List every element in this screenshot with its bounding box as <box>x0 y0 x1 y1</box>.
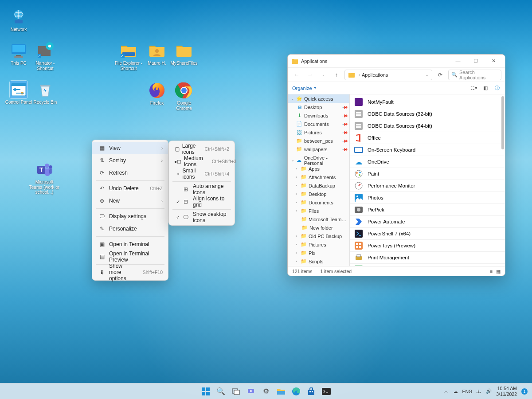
maximize-button[interactable]: ☐ <box>467 55 485 67</box>
submenu-show-desktop-icons[interactable]: ✓ 🖵 Show desktop icons <box>169 211 235 223</box>
scrollbar-thumb[interactable] <box>501 96 504 149</box>
network-tray-icon[interactable]: 🖧 <box>477 389 481 394</box>
taskbar[interactable]: 🔍 ⚙ ︿ ☁ ENG 🖧 🔊 10:54 AM 3/11/2022 1 <box>0 383 532 399</box>
sidebar-desktop2[interactable]: ›📁Desktop <box>288 190 349 198</box>
desktop-icon-recycle-bin[interactable]: Recycle Bin <box>31 81 59 105</box>
file-item-office[interactable]: Office <box>350 132 505 144</box>
refresh-button[interactable]: ⟳ <box>435 70 446 80</box>
menu-refresh[interactable]: ⟳ Refresh <box>92 167 168 179</box>
up-button[interactable]: ↑ <box>331 70 342 80</box>
titlebar[interactable]: Applications — ☐ ✕ <box>288 55 505 68</box>
minimize-button[interactable]: — <box>449 55 467 67</box>
file-item-powershell[interactable]: PowerShell 7 (x64) <box>350 228 505 240</box>
breadcrumb-segment[interactable]: Applications <box>362 72 388 78</box>
file-explorer-button[interactable] <box>275 385 287 398</box>
navigation-sidebar[interactable]: ⌄⭐Quick access 🖥Desktop📌 ⬇Downloads📌 📄Do… <box>288 94 350 266</box>
start-button[interactable] <box>200 385 212 398</box>
organize-button[interactable]: Organize ▼ <box>292 86 317 91</box>
file-list[interactable]: NotMyFault ODBC Data Sources (32-bit) OD… <box>350 94 505 266</box>
menu-display-settings[interactable]: 🖵 Display settings <box>92 210 168 223</box>
desktop-icon-this-pc[interactable]: This PC <box>4 42 33 66</box>
desktop-icon-mauro[interactable]: Mauro H. <box>143 42 171 66</box>
address-bar[interactable]: › Applications ⌄ <box>344 70 432 80</box>
terminal-button[interactable] <box>320 385 332 398</box>
sidebar-between-pcs[interactable]: 📁between_pcs📌 <box>288 137 349 145</box>
volume-tray-icon[interactable]: 🔊 <box>486 388 492 394</box>
submenu-align-grid[interactable]: ✓ ⊟ Align icons to grid <box>169 196 235 208</box>
sidebar-apps[interactable]: ›📁Apps <box>288 164 349 173</box>
settings-button[interactable]: ⚙ <box>260 385 272 398</box>
recent-dropdown[interactable]: ⌄ <box>318 70 329 80</box>
search-button[interactable]: 🔍 <box>215 385 227 398</box>
submenu-auto-arrange[interactable]: ⊞ Auto arrange icons <box>169 183 235 196</box>
desktop-icon-network[interactable]: Network <box>4 8 33 32</box>
sidebar-new-folder[interactable]: 📁New folder <box>288 223 349 232</box>
help-button[interactable]: ⓘ <box>493 85 501 92</box>
menu-show-more[interactable]: �⵿ Show more options Shift+F10 <box>92 266 168 278</box>
forward-button[interactable]: → <box>305 70 315 80</box>
desktop-icon-narrator[interactable]: Narrator - Shortcut <box>31 42 59 71</box>
sidebar-pictures[interactable]: 🖼Pictures📌 <box>288 128 349 137</box>
clock[interactable]: 10:54 AM 3/11/2022 <box>496 386 517 396</box>
store-button[interactable] <box>305 385 317 398</box>
menu-sort-by[interactable]: ⇅ Sort by › <box>92 154 168 167</box>
sidebar-old-backup[interactable]: ›📁Old PC Backup <box>288 232 349 240</box>
sidebar-teams-chat[interactable]: 📁Microsoft Teams Chat Files <box>288 215 349 223</box>
desktop-icon-teams[interactable]: T Microsoft Teams (work or school...) <box>28 160 60 195</box>
sidebar-documents[interactable]: 📄Documents📌 <box>288 120 349 128</box>
sidebar-attachments[interactable]: ›📁Attachments <box>288 173 349 181</box>
preview-pane-button[interactable]: ◧ <box>482 85 489 92</box>
file-item-procexp[interactable]: Process Explorer <box>350 264 505 266</box>
details-view-button[interactable]: ≡ <box>490 269 493 274</box>
menu-new[interactable]: ⊕ New › <box>92 195 168 207</box>
submenu-large-icons[interactable]: ▢ Large icons Ctrl+Shift+2 <box>169 143 235 155</box>
edge-button[interactable] <box>290 385 302 398</box>
chat-button[interactable] <box>245 385 257 398</box>
file-item-printmgmt[interactable]: Print Management <box>350 252 505 264</box>
file-item-perfmon[interactable]: Performance Monitor <box>350 180 505 192</box>
tray-overflow-button[interactable]: ︿ <box>444 388 449 395</box>
submenu-medium-icons[interactable]: ● ◻ Medium icons Ctrl+Shift+3 <box>169 155 235 168</box>
desktop-icon-file-explorer[interactable]: File Explorer - Shortcut <box>114 42 143 71</box>
scrollbar[interactable] <box>501 96 504 264</box>
menu-view[interactable]: ▦ View › <box>92 142 168 154</box>
sidebar-documents2[interactable]: ›📁Documents <box>288 198 349 207</box>
thumbnails-view-button[interactable]: ▦ <box>496 269 501 274</box>
back-button[interactable]: ← <box>291 70 302 80</box>
sidebar-wallpapers[interactable]: 📁wallpapers📌 <box>288 145 349 153</box>
close-button[interactable]: ✕ <box>485 55 502 67</box>
sidebar-pix[interactable]: ›📁Pix <box>288 249 349 257</box>
sidebar-files[interactable]: ›📁Files <box>288 207 349 215</box>
file-item-osk[interactable]: On-Screen Keyboard <box>350 144 505 156</box>
file-item-power-automate[interactable]: Power Automate <box>350 216 505 228</box>
menu-personalize[interactable]: ✎ Personalize <box>92 223 168 235</box>
file-item-paint[interactable]: Paint <box>350 168 505 180</box>
view-options-button[interactable]: ☷▾ <box>470 85 477 92</box>
file-item-onedrive[interactable]: ☁OneDrive <box>350 156 505 168</box>
menu-open-terminal[interactable]: ▣ Open in Terminal <box>92 238 168 250</box>
menu-undo-delete[interactable]: ↶ Undo Delete Ctrl+Z <box>92 182 168 195</box>
task-view-button[interactable] <box>230 385 242 398</box>
menu-open-terminal-preview[interactable]: ▤ Open in Terminal Preview <box>92 250 168 263</box>
sidebar-pictures2[interactable]: ›📁Pictures <box>288 240 349 249</box>
sidebar-downloads[interactable]: ⬇Downloads📌 <box>288 111 349 120</box>
desktop-icon-chrome[interactable]: Google Chrome <box>170 82 198 111</box>
sidebar-onedrive[interactable]: ⌄☁OneDrive - Personal <box>288 156 349 164</box>
cloud-tray-icon[interactable]: ☁ <box>453 389 458 394</box>
file-item-picpick[interactable]: PicPick <box>350 204 505 216</box>
sidebar-databackup[interactable]: ›📁DataBackup <box>288 181 349 190</box>
language-indicator[interactable]: ENG <box>462 389 473 394</box>
sidebar-scripts[interactable]: ›📁Scripts <box>288 257 349 266</box>
file-item-odbc32[interactable]: ODBC Data Sources (32-bit) <box>350 108 505 120</box>
sidebar-desktop[interactable]: 🖥Desktop📌 <box>288 103 349 111</box>
search-input[interactable]: 🔍 Search Applications <box>448 70 501 80</box>
desktop-icon-firefox[interactable]: Firefox <box>143 82 171 106</box>
chevron-down-icon[interactable]: ⌄ <box>426 73 429 77</box>
desktop-icon-myshare[interactable]: MyShareFiles <box>170 42 198 66</box>
file-item-notmyfault[interactable]: NotMyFault <box>350 96 505 108</box>
file-item-powertoys[interactable]: PowerToys (Preview) <box>350 240 505 252</box>
file-item-odbc64[interactable]: ODBC Data Sources (64-bit) <box>350 120 505 132</box>
desktop-icon-control-panel[interactable]: Control Panel <box>4 81 33 105</box>
notification-badge[interactable]: 1 <box>521 388 528 395</box>
file-item-photos[interactable]: Photos <box>350 192 505 204</box>
